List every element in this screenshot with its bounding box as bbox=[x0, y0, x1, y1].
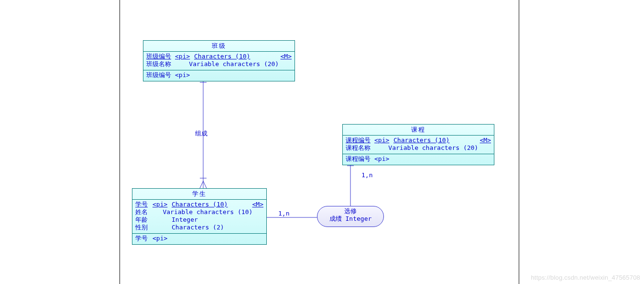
footer-pi: <pi> bbox=[153, 235, 172, 242]
cardinality-student-select: 1,n bbox=[278, 210, 289, 217]
entity-class-attr-row: 班级编号 <pi> Characters (10) <M> bbox=[146, 53, 292, 60]
entity-class-attr-row: 班级名称 Variable characters (20) bbox=[146, 60, 292, 68]
entity-course-title: 课程 bbox=[343, 125, 494, 136]
entity-class-title: 班级 bbox=[143, 41, 295, 52]
attr-name: 课程编号 bbox=[346, 136, 374, 144]
attr-mandatory: <M> bbox=[249, 201, 263, 208]
cardinality-course-select: 1,n bbox=[361, 171, 372, 179]
footer-name: 班级编号 bbox=[146, 71, 175, 79]
relationship-title: 选修 bbox=[317, 207, 383, 215]
attr-mandatory: <M> bbox=[277, 53, 292, 60]
attr-pi bbox=[148, 208, 163, 216]
entity-student[interactable]: 学生 学号 <pi> Characters (10) <M> 姓名 Variab… bbox=[132, 188, 267, 245]
entity-student-attr-row: 姓名 Variable characters (10) bbox=[135, 208, 263, 216]
entity-class-footer: 班级编号 <pi> bbox=[143, 70, 295, 81]
attr-mandatory: <M> bbox=[477, 136, 491, 144]
watermark: https://blog.csdn.net/weixin_47565708 bbox=[531, 274, 640, 281]
entity-student-attr-row: 学号 <pi> Characters (10) <M> bbox=[135, 201, 263, 208]
attr-name: 学号 bbox=[135, 201, 153, 208]
relationship-attr: 成绩 Integer bbox=[317, 215, 383, 223]
attr-type: Variable characters (20) bbox=[189, 60, 279, 68]
attr-type: Characters (2) bbox=[172, 224, 249, 231]
attr-mandatory bbox=[478, 144, 491, 152]
entity-course-body: 课程编号 <pi> Characters (10) <M> 课程名称 Varia… bbox=[343, 136, 494, 154]
entity-student-attr-row: 性别 Characters (2) bbox=[135, 224, 263, 231]
footer-name: 学号 bbox=[135, 235, 153, 242]
footer-pi: <pi> bbox=[374, 155, 393, 163]
attr-name: 班级名称 bbox=[146, 60, 172, 68]
attr-name: 班级编号 bbox=[146, 53, 175, 60]
attr-pi bbox=[371, 144, 389, 152]
entity-course-footer: 课程编号 <pi> bbox=[343, 154, 494, 165]
footer-pi: <pi> bbox=[175, 71, 194, 79]
attr-pi bbox=[153, 216, 172, 224]
attr-mandatory bbox=[252, 208, 263, 216]
attr-pi: <pi> bbox=[153, 201, 172, 208]
attr-name: 姓名 bbox=[135, 208, 148, 216]
attr-type: Variable characters (10) bbox=[163, 208, 252, 216]
link-compose-label: 组成 bbox=[195, 129, 207, 138]
attr-pi bbox=[172, 60, 189, 68]
attr-name: 年龄 bbox=[135, 216, 153, 224]
attr-pi: <pi> bbox=[374, 136, 393, 144]
attr-type: Variable characters (20) bbox=[388, 144, 478, 152]
entity-student-body: 学号 <pi> Characters (10) <M> 姓名 Variable … bbox=[132, 200, 266, 234]
attr-pi: <pi> bbox=[175, 53, 194, 60]
connector-lines bbox=[0, 0, 644, 284]
attr-mandatory bbox=[249, 216, 263, 224]
entity-class-body: 班级编号 <pi> Characters (10) <M> 班级名称 Varia… bbox=[143, 52, 295, 70]
attr-pi bbox=[153, 224, 172, 231]
footer-name: 课程编号 bbox=[346, 155, 374, 163]
entity-course-attr-row: 课程编号 <pi> Characters (10) <M> bbox=[346, 136, 491, 144]
page-border-right bbox=[519, 0, 519, 284]
attr-type: Characters (10) bbox=[172, 201, 249, 208]
relationship-select[interactable]: 选修 成绩 Integer bbox=[317, 206, 384, 227]
attr-mandatory bbox=[249, 224, 263, 231]
entity-student-title: 学生 bbox=[132, 189, 266, 200]
entity-course[interactable]: 课程 课程编号 <pi> Characters (10) <M> 课程名称 Va… bbox=[342, 124, 494, 165]
entity-course-attr-row: 课程名称 Variable characters (20) bbox=[346, 144, 491, 152]
page-border-left bbox=[120, 0, 120, 284]
attr-type: Characters (10) bbox=[194, 53, 277, 60]
attr-mandatory bbox=[279, 60, 292, 68]
entity-student-attr-row: 年龄 Integer bbox=[135, 216, 263, 224]
entity-class[interactable]: 班级 班级编号 <pi> Characters (10) <M> 班级名称 Va… bbox=[143, 40, 295, 81]
attr-name: 性别 bbox=[135, 224, 153, 231]
attr-type: Integer bbox=[172, 216, 249, 224]
attr-type: Characters (10) bbox=[393, 136, 477, 144]
entity-student-footer: 学号 <pi> bbox=[132, 234, 266, 244]
attr-name: 课程名称 bbox=[346, 144, 371, 152]
